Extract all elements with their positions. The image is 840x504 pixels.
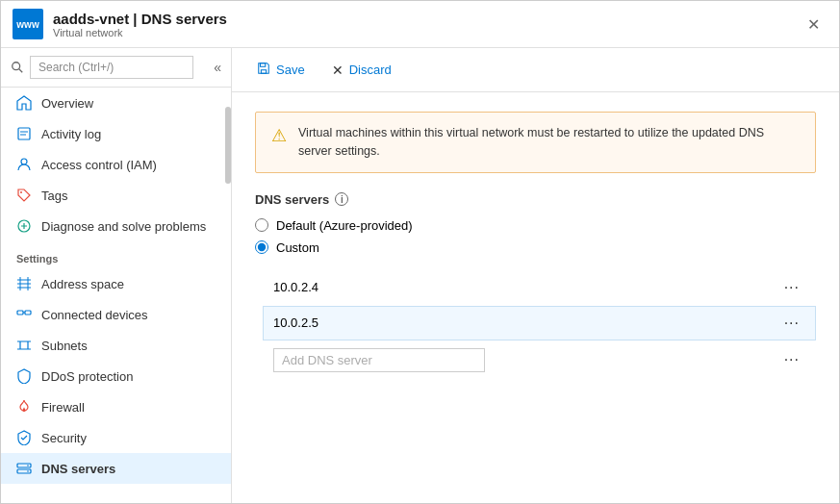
discard-label: Discard bbox=[349, 63, 392, 77]
dns-entry-1-menu-button[interactable]: ··· bbox=[778, 277, 805, 298]
sidebar-item-address-space[interactable]: Address space bbox=[1, 268, 231, 299]
radio-custom[interactable]: Custom bbox=[255, 240, 816, 255]
sidebar: « Overview bbox=[1, 48, 232, 503]
security-icon bbox=[16, 430, 32, 445]
sidebar-item-security[interactable]: Security bbox=[1, 422, 231, 453]
dns-entry-value: 10.0.2.5 bbox=[273, 315, 318, 330]
sidebar-item-connected-devices[interactable]: Connected devices bbox=[1, 299, 231, 330]
info-icon[interactable]: i bbox=[335, 192, 348, 206]
sidebar-item-label: Diagnose and solve problems bbox=[41, 219, 206, 234]
radio-custom-label: Custom bbox=[276, 240, 319, 255]
sidebar-item-label: Address space bbox=[41, 277, 124, 291]
sidebar-item-overview[interactable]: Overview bbox=[1, 88, 231, 118]
svg-line-1 bbox=[19, 69, 23, 73]
tags-icon bbox=[16, 188, 32, 203]
discard-button[interactable]: ✕ Discard bbox=[326, 59, 397, 82]
sidebar-item-firewall[interactable]: Firewall bbox=[1, 391, 231, 422]
dns-section: DNS servers i Default (Azure-provided) C… bbox=[255, 192, 816, 379]
title-bar: www aadds-vnet | DNS servers Virtual net… bbox=[1, 1, 839, 48]
sidebar-item-label: DDoS protection bbox=[41, 369, 133, 384]
access-control-icon bbox=[16, 157, 32, 172]
close-button[interactable]: ✕ bbox=[800, 12, 827, 38]
radio-custom-input[interactable] bbox=[255, 240, 268, 254]
svg-rect-15 bbox=[261, 70, 266, 74]
content-area: Save ✕ Discard ⚠ Virtual machines within… bbox=[232, 48, 839, 503]
sidebar-item-label: Access control (IAM) bbox=[41, 158, 157, 172]
search-icon bbox=[11, 61, 24, 74]
sidebar-item-label: Subnets bbox=[41, 339, 88, 353]
dns-servers-icon bbox=[16, 461, 32, 476]
main-layout: « Overview bbox=[1, 48, 839, 503]
collapse-button[interactable]: « bbox=[214, 60, 221, 75]
alert-icon: ⚠ bbox=[271, 125, 287, 146]
dns-entries-list: 10.0.2.4 ··· 10.0.2.5 ··· ··· bbox=[263, 270, 816, 379]
search-input[interactable] bbox=[30, 56, 193, 79]
page-subtitle: Virtual network bbox=[53, 27, 227, 38]
sidebar-item-tags[interactable]: Tags bbox=[1, 180, 231, 211]
svg-point-13 bbox=[27, 465, 29, 466]
sidebar-item-label: Tags bbox=[41, 189, 67, 203]
svg-point-0 bbox=[13, 63, 20, 70]
overview-icon bbox=[16, 95, 32, 111]
sidebar-item-dns-servers[interactable]: DNS servers bbox=[1, 453, 231, 484]
sidebar-item-label: Overview bbox=[41, 96, 93, 111]
svg-point-6 bbox=[20, 191, 22, 193]
svg-rect-16 bbox=[261, 63, 266, 67]
sidebar-item-label: DNS servers bbox=[41, 462, 115, 476]
sidebar-item-label: Security bbox=[41, 431, 87, 445]
dns-entry-2-menu-button[interactable]: ··· bbox=[778, 313, 805, 334]
save-button[interactable]: Save bbox=[251, 58, 311, 82]
title-text: aadds-vnet | DNS servers Virtual network bbox=[53, 11, 227, 38]
activity-log-icon bbox=[16, 126, 32, 141]
page-title: aadds-vnet | DNS servers bbox=[53, 11, 227, 27]
sidebar-nav: Overview Activity log Access control (IA… bbox=[1, 88, 231, 503]
toolbar: Save ✕ Discard bbox=[232, 48, 839, 92]
sidebar-item-label: Firewall bbox=[41, 400, 85, 415]
sidebar-item-label: Connected devices bbox=[41, 308, 148, 322]
save-icon bbox=[257, 62, 270, 78]
dns-entry-2: 10.0.2.5 ··· bbox=[263, 306, 816, 340]
sidebar-item-access-control[interactable]: Access control (IAM) bbox=[1, 149, 231, 180]
dns-entry-value: 10.0.2.4 bbox=[273, 280, 318, 294]
dns-radio-group: Default (Azure-provided) Custom bbox=[255, 218, 816, 255]
save-label: Save bbox=[276, 63, 305, 77]
sidebar-item-label: Activity log bbox=[41, 127, 101, 141]
radio-default[interactable]: Default (Azure-provided) bbox=[255, 218, 816, 233]
sidebar-item-activity-log[interactable]: Activity log bbox=[1, 118, 231, 149]
sidebar-item-ddos-protection[interactable]: DDoS protection bbox=[1, 361, 231, 391]
app-icon: www bbox=[13, 9, 43, 39]
connected-devices-icon bbox=[16, 307, 32, 322]
alert-box: ⚠ Virtual machines within this virtual n… bbox=[255, 112, 816, 173]
dns-label: DNS servers i bbox=[255, 192, 816, 207]
subnets-icon bbox=[16, 338, 32, 353]
sidebar-item-diagnose[interactable]: Diagnose and solve problems bbox=[1, 211, 231, 241]
main-window: www aadds-vnet | DNS servers Virtual net… bbox=[0, 0, 840, 504]
svg-rect-11 bbox=[17, 464, 31, 467]
svg-rect-2 bbox=[18, 128, 30, 139]
svg-rect-9 bbox=[25, 311, 31, 315]
diagnose-icon bbox=[16, 218, 32, 234]
radio-default-label: Default (Azure-provided) bbox=[276, 218, 413, 233]
dns-entry-1: 10.0.2.4 ··· bbox=[263, 270, 816, 305]
discard-icon: ✕ bbox=[332, 63, 344, 78]
title-bar-left: www aadds-vnet | DNS servers Virtual net… bbox=[13, 9, 227, 39]
svg-rect-8 bbox=[17, 311, 23, 315]
add-dns-menu-button[interactable]: ··· bbox=[778, 349, 805, 370]
search-bar: « bbox=[1, 48, 231, 88]
radio-default-input[interactable] bbox=[255, 218, 268, 232]
add-dns-input[interactable] bbox=[273, 348, 485, 372]
svg-point-14 bbox=[27, 470, 29, 472]
sidebar-item-subnets[interactable]: Subnets bbox=[1, 330, 231, 361]
firewall-icon bbox=[16, 399, 32, 415]
svg-point-5 bbox=[21, 159, 27, 164]
settings-section-label: Settings bbox=[1, 241, 231, 268]
ddos-protection-icon bbox=[16, 368, 32, 384]
address-space-icon bbox=[16, 276, 32, 291]
dns-add-entry: ··· bbox=[263, 341, 816, 379]
primary-nav: Overview Activity log Access control (IA… bbox=[1, 88, 231, 241]
content-body: ⚠ Virtual machines within this virtual n… bbox=[232, 92, 839, 503]
svg-rect-12 bbox=[17, 469, 31, 473]
alert-text: Virtual machines within this virtual net… bbox=[298, 124, 800, 161]
settings-nav: Address space Connected devices Subnets bbox=[1, 268, 231, 484]
